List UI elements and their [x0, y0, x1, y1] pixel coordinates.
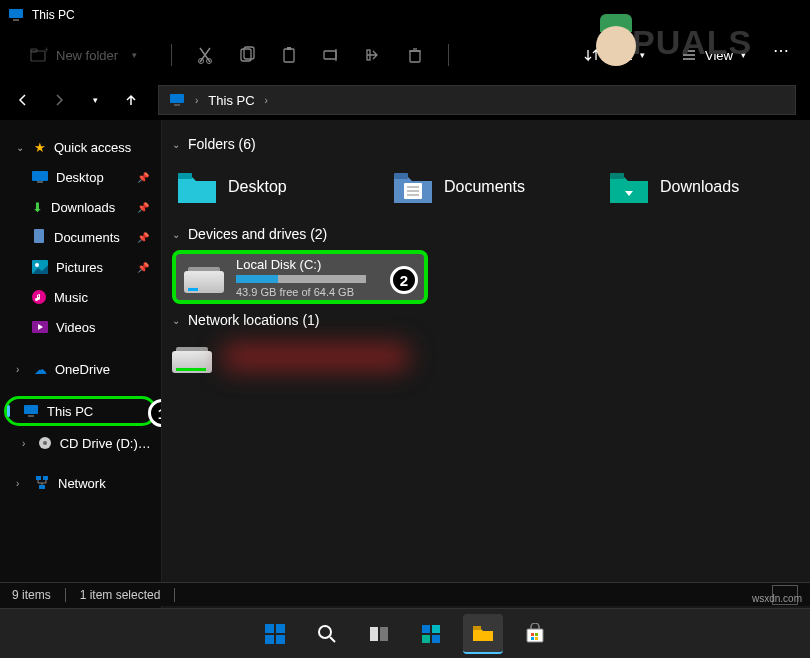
- delete-icon[interactable]: [406, 46, 424, 64]
- svg-rect-42: [610, 173, 624, 179]
- svg-rect-50: [432, 635, 440, 643]
- window-title: This PC: [32, 8, 75, 22]
- video-icon: [32, 321, 48, 333]
- document-icon: [32, 229, 46, 245]
- sidebar-item-label: Pictures: [56, 260, 103, 275]
- pc-icon: [8, 8, 24, 22]
- folder-downloads[interactable]: Downloads: [604, 162, 800, 212]
- status-bar: 9 items 1 item selected: [0, 582, 810, 606]
- sidebar-label: OneDrive: [55, 362, 110, 377]
- svg-rect-35: [39, 485, 45, 489]
- svg-rect-49: [422, 635, 430, 643]
- folder-desktop[interactable]: Desktop: [172, 162, 368, 212]
- start-button[interactable]: [255, 614, 295, 654]
- svg-rect-53: [531, 633, 534, 636]
- sidebar-label: CD Drive (D:) Virtual: [60, 436, 151, 451]
- sidebar-cd-drive[interactable]: › CD Drive (D:) Virtual: [0, 428, 161, 458]
- sidebar-item-desktop[interactable]: Desktop 📌: [0, 162, 161, 192]
- sidebar-item-label: Desktop: [56, 170, 104, 185]
- svg-rect-51: [473, 626, 481, 630]
- folder-documents[interactable]: Documents: [388, 162, 584, 212]
- music-icon: [32, 290, 46, 304]
- drive-usage-bar: [236, 275, 366, 283]
- sidebar-label: This PC: [47, 404, 93, 419]
- folder-label: Downloads: [660, 178, 739, 196]
- svg-rect-0: [9, 9, 23, 18]
- chevron-right-icon: ›: [195, 95, 198, 106]
- annotation-badge-2: 2: [390, 266, 418, 294]
- rename-icon[interactable]: [322, 46, 340, 64]
- section-network-header[interactable]: ⌄ Network locations (1): [162, 308, 810, 332]
- section-folders-header[interactable]: ⌄ Folders (6): [162, 132, 810, 156]
- forward-button[interactable]: [50, 91, 68, 109]
- sidebar-item-videos[interactable]: Videos: [0, 312, 161, 342]
- svg-rect-22: [32, 171, 48, 181]
- sidebar-quick-access[interactable]: ⌄ ★ Quick access: [0, 132, 161, 162]
- back-button[interactable]: [14, 91, 32, 109]
- folder-icon: [608, 167, 648, 207]
- taskview-button[interactable]: [359, 614, 399, 654]
- network-location-item[interactable]: [162, 332, 418, 382]
- chevron-down-icon: ⌄: [172, 315, 180, 326]
- sidebar-item-music[interactable]: Music: [0, 282, 161, 312]
- sidebar-label: Network: [58, 476, 106, 491]
- brand-logo: PUALS: [588, 12, 788, 72]
- network-drive-icon: [172, 341, 211, 373]
- new-folder-icon: +: [30, 46, 48, 64]
- redacted-label: [223, 344, 408, 370]
- content-area: ⌄ Folders (6) Desktop Documents Download…: [162, 120, 810, 608]
- pin-icon: 📌: [137, 202, 149, 213]
- section-label: Devices and drives (2): [188, 226, 327, 242]
- navbar: ▾ › This PC ›: [0, 80, 810, 120]
- separator: [174, 588, 175, 602]
- up-button[interactable]: [122, 91, 140, 109]
- svg-rect-30: [28, 415, 34, 417]
- svg-rect-36: [178, 173, 192, 179]
- sidebar-item-label: Music: [54, 290, 88, 305]
- svg-rect-24: [34, 229, 44, 243]
- svg-rect-9: [284, 49, 294, 62]
- star-icon: ★: [34, 140, 46, 155]
- widgets-button[interactable]: [411, 614, 451, 654]
- sidebar-onedrive[interactable]: › ☁ OneDrive: [0, 354, 161, 384]
- chevron-down-icon: ⌄: [172, 139, 180, 150]
- share-icon[interactable]: [364, 46, 382, 64]
- copy-icon[interactable]: [238, 46, 256, 64]
- svg-rect-47: [422, 625, 430, 633]
- svg-rect-11: [324, 51, 336, 59]
- section-label: Folders (6): [188, 136, 256, 152]
- svg-point-32: [43, 441, 47, 445]
- sidebar-item-documents[interactable]: Documents 📌: [0, 222, 161, 252]
- store-button[interactable]: [515, 614, 555, 654]
- svg-rect-20: [170, 94, 184, 103]
- cut-icon[interactable]: [196, 46, 214, 64]
- sidebar-label: Quick access: [54, 140, 131, 155]
- drive-local-disk-c[interactable]: Local Disk (C:) 43.9 GB free of 64.4 GB …: [172, 250, 428, 304]
- sidebar-item-pictures[interactable]: Pictures 📌: [0, 252, 161, 282]
- paste-icon[interactable]: [280, 46, 298, 64]
- status-selected: 1 item selected: [80, 588, 161, 602]
- explorer-button[interactable]: [463, 614, 503, 654]
- sidebar-network[interactable]: › Network: [0, 468, 161, 498]
- pc-icon: [169, 93, 185, 107]
- sidebar-this-pc[interactable]: This PC 1: [4, 396, 157, 426]
- chevron-right-icon: ›: [22, 438, 30, 449]
- section-devices-header[interactable]: ⌄ Devices and drives (2): [162, 222, 810, 246]
- section-label: Network locations (1): [188, 312, 320, 328]
- pin-icon: 📌: [137, 232, 149, 243]
- svg-point-43: [319, 626, 331, 638]
- breadcrumb[interactable]: This PC: [208, 93, 254, 108]
- new-folder-button[interactable]: + New folder ▾: [20, 40, 147, 70]
- svg-rect-34: [43, 476, 48, 480]
- taskbar: [0, 608, 810, 658]
- sidebar-item-label: Videos: [56, 320, 96, 335]
- separator: [448, 44, 449, 66]
- search-button[interactable]: [307, 614, 347, 654]
- svg-rect-14: [410, 51, 420, 62]
- desktop-icon: [32, 171, 48, 183]
- address-bar[interactable]: › This PC ›: [158, 85, 796, 115]
- sidebar-item-downloads[interactable]: ⬇ Downloads 📌: [0, 192, 161, 222]
- svg-rect-46: [380, 627, 388, 641]
- folder-icon: [176, 167, 216, 207]
- recent-button[interactable]: ▾: [86, 91, 104, 109]
